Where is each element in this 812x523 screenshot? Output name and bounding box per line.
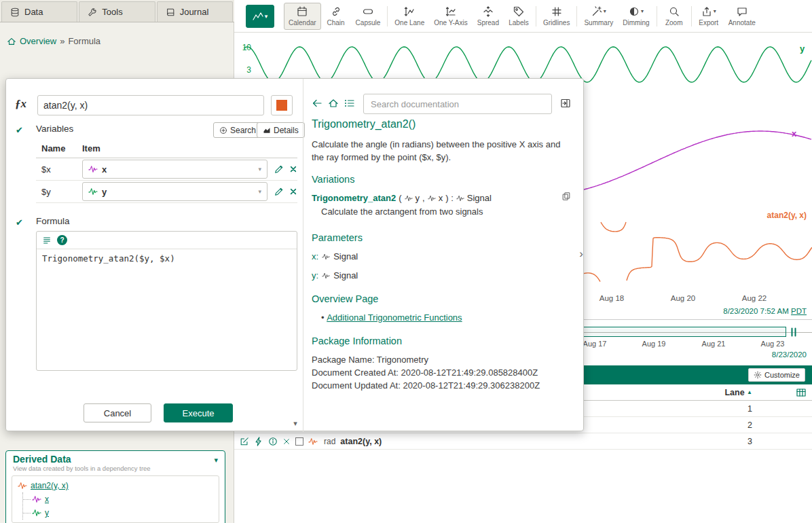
item-dropdown[interactable]: x ▾ [82,160,267,179]
variables-table: Name Item $x x ▾ $y y ▾ [36,141,297,203]
x-axis-tick: Aug 22 [734,294,775,302]
variable-row: $y y ▾ [36,181,297,203]
formula-document-icon[interactable] [42,236,52,245]
toolbar-one-lane-button[interactable]: One Lane [390,3,429,30]
timebar-grip-handle[interactable] [788,326,800,338]
chevron-down-icon: ▾ [258,188,261,195]
chain-icon [331,6,342,17]
edit-icon[interactable] [240,437,249,446]
formula-text[interactable]: Trigonometry_atan2($y, $x) [37,249,297,268]
bolt-icon[interactable] [254,437,263,446]
tab-tools-label: Tools [102,7,122,17]
help-icon[interactable]: ? [57,235,67,245]
remove-variable-icon[interactable] [289,187,297,196]
remove-variable-icon[interactable] [289,165,297,173]
capsule-icon [363,6,373,17]
package-information-heading: Package Information [312,336,402,346]
package-updated: Document Updated At: 2020-08-12T21:49:29… [312,380,540,391]
export-icon [701,6,712,17]
breadcrumb-separator: » [60,36,64,46]
doc-title: Trigonometry_atan2() [312,118,416,130]
details-button[interactable]: Details [257,122,305,138]
journal-icon [166,7,175,17]
toolbar-dimming-button[interactable]: ▾ Dimming [618,3,654,30]
collapse-derived-chevron-icon[interactable]: ▾ [214,456,218,465]
variation-description: Calculate the arctangent from two signal… [321,206,483,217]
calendar-icon [297,6,308,17]
tab-tools[interactable]: Tools [79,1,155,22]
item-column-header: Item [82,143,100,154]
spread-icon [483,6,494,17]
wrench-icon [88,7,97,17]
chart-timestamp[interactable]: 8/23/2020 7:52 AM PDT [723,307,807,315]
cancel-button[interactable]: Cancel [84,403,151,422]
toolbar-calendar-button[interactable]: Calendar [284,3,321,30]
tree-child-x-link[interactable]: x [45,494,49,504]
signal-icon [322,253,330,261]
collapse-doc-chevron-icon[interactable]: › [579,247,583,261]
signal-name[interactable]: atan2(y, x) [340,437,382,446]
tab-journal[interactable]: Journal [157,1,233,22]
trend-chart-icon [253,11,263,22]
toolbar-separator [387,6,388,26]
lane-label-x: x [792,128,796,139]
trend-view-button[interactable]: ▾ [246,5,274,28]
tree-root-link[interactable]: atan2(y, x) [31,481,69,490]
toolbar-annotate-button[interactable]: Annotate [724,3,760,30]
toggle-panel-icon[interactable] [560,98,571,109]
copy-icon[interactable] [561,192,571,201]
timebar-tick: Aug 21 [693,340,734,348]
tree-child-y-link[interactable]: y [45,508,49,518]
edit-variable-icon[interactable] [274,164,284,174]
lane-column-header[interactable]: Lane ▲ [724,388,752,397]
package-created: Document Created At: 2020-08-12T21:49:29… [312,367,538,378]
edit-variable-icon[interactable] [274,187,284,196]
execute-button[interactable]: Execute [164,403,233,422]
toolbar-gridlines-button[interactable]: Gridlines [538,3,574,30]
color-swatch-button[interactable] [271,95,293,115]
signal-icon [322,272,330,280]
doc-home-icon[interactable] [328,98,339,109]
toolbar-spread-button[interactable]: Spread [473,3,504,30]
toolbar-capsule-button[interactable]: Capsule [351,3,386,30]
item-dropdown[interactable]: y ▾ [82,182,267,201]
additional-trig-functions-link[interactable]: Additional Trigonometric Functions [327,312,462,323]
parameters-heading: Parameters [312,232,363,243]
signal-y-wave[interactable] [244,47,811,82]
item-label: y [102,187,107,197]
toolbar-one-y-axis-button[interactable]: One Y-Axis [429,3,472,30]
customize-button[interactable]: Customize [748,368,805,382]
variable-row: $x x ▾ [36,158,297,181]
lane-value: 1 [748,404,752,414]
tab-data[interactable]: Data [1,1,77,22]
lane-label-atan2: atan2(y, x) [767,211,807,220]
doc-index-list-icon[interactable] [344,98,355,109]
toolbar-chain-button[interactable]: Chain [321,3,351,30]
remove-icon[interactable] [282,437,291,446]
breadcrumb-overview-link[interactable]: Overview [20,36,56,46]
search-items-button[interactable]: Search [213,122,262,138]
timezone-link[interactable]: PDT [791,307,807,315]
name-column-header: Name [36,143,82,154]
signal-icon [308,437,318,446]
toolbar-labels-button[interactable]: Labels [504,3,534,30]
toolbar-export-button[interactable]: ▾ Export [694,3,724,30]
signal-icon [88,187,98,196]
info-icon[interactable] [268,437,278,446]
customize-columns-icon[interactable] [796,387,807,398]
tree-child-item: y [23,506,213,520]
documentation-panel: Trigonometry_atan2() Calculate the angle… [303,79,585,432]
package-name: Package Name: Trigonometry [312,355,428,365]
toolbar-summary-button[interactable]: ▾ Summary [579,3,618,30]
tag-icon [513,6,524,17]
toolbar-zoom-button[interactable]: Zoom [659,3,689,30]
home-icon[interactable] [7,37,16,46]
timebar-date: 8/23/2020 [772,350,807,359]
doc-search-input[interactable] [363,94,552,114]
collapse-panel-chevron-icon[interactable]: ▾ [290,419,301,428]
y-axis-tick-top: 10 [238,43,251,52]
back-icon[interactable] [312,98,322,109]
signal-unit: rad [324,437,335,446]
formula-name-input[interactable] [37,95,264,115]
row-checkbox[interactable] [295,437,303,446]
